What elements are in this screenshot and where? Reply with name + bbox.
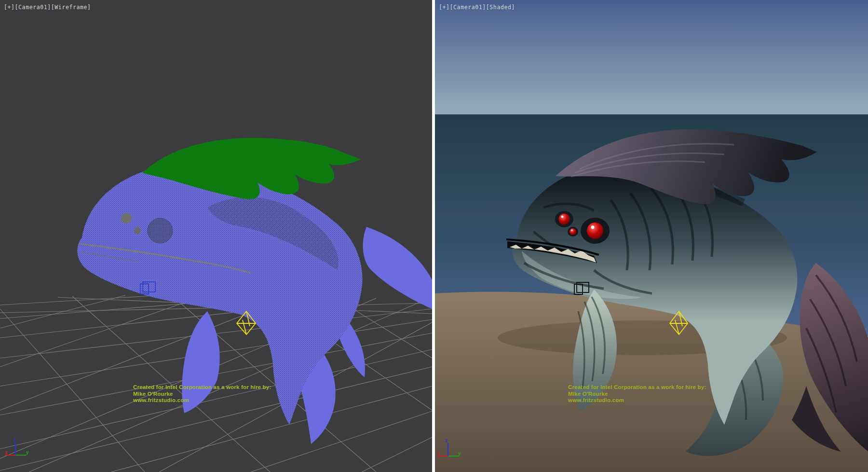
viewport-stage: x y z [+][Camera01][Wireframe] Created f… [0,0,868,472]
viewport-label-wireframe[interactable]: [+][Camera01][Wireframe] [4,4,91,11]
viewport-shaded[interactable]: x y z [+][Camera01][Shaded] Created for … [435,0,868,472]
fish-eye-tiny[interactable] [134,227,141,234]
shaded-scene[interactable] [435,0,868,472]
fish-eye-small[interactable] [559,214,570,225]
fish-eye-tiny[interactable] [570,228,576,235]
sky [435,0,868,114]
fish-eye-large-stipple [148,218,173,243]
fish-eye-large[interactable] [587,222,603,239]
eye-highlight [561,216,564,218]
viewport-label-shaded[interactable]: [+][Camera01][Shaded] [439,4,515,11]
fish-eye-small[interactable] [121,213,132,223]
eye-highlight [591,226,595,229]
wireframe-scene[interactable] [0,0,432,472]
viewport-wireframe[interactable]: x y z [+][Camera01][Wireframe] Created f… [0,0,432,472]
eye-highlight [571,229,572,231]
